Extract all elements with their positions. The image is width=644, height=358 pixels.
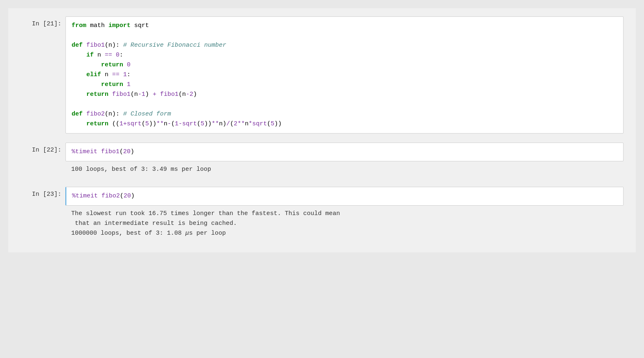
cell-22-input-row: In [22]: %timeit fibo1(20) xyxy=(20,143,624,161)
cell-22-label: In [22]: xyxy=(20,143,65,161)
cell-21-input[interactable]: from math import sqrt def fibo1(n): # Re… xyxy=(65,16,624,134)
cell-23-output-label xyxy=(20,206,65,242)
cell-22: In [22]: %timeit fibo1(20) 100 loops, be… xyxy=(20,143,624,178)
cell-23-input-row: In [23]: %timeit fibo2(20) xyxy=(20,187,624,206)
cell-21-label: In [21]: xyxy=(20,16,65,134)
cell-22-output-label xyxy=(20,161,65,178)
cell-21: In [21]: from math import sqrt def fibo1… xyxy=(20,16,624,134)
cell-23-output: The slowest run took 16.75 times longer … xyxy=(65,206,624,242)
cell-22-output-row: 100 loops, best of 3: 3.49 ms per loop xyxy=(20,161,624,178)
cell-22-output: 100 loops, best of 3: 3.49 ms per loop xyxy=(65,161,624,178)
notebook: In [21]: from math import sqrt def fibo1… xyxy=(8,8,636,252)
cell-23-label: In [23]: xyxy=(20,187,65,206)
cell-23: In [23]: %timeit fibo2(20) The slowest r… xyxy=(20,187,624,242)
cell-22-input[interactable]: %timeit fibo1(20) xyxy=(65,143,624,161)
cell-23-output-row: The slowest run took 16.75 times longer … xyxy=(20,206,624,242)
cell-23-input[interactable]: %timeit fibo2(20) xyxy=(65,187,624,206)
separator-1 xyxy=(20,138,624,141)
separator-2 xyxy=(20,182,624,185)
cell-21-input-row: In [21]: from math import sqrt def fibo1… xyxy=(20,16,624,134)
